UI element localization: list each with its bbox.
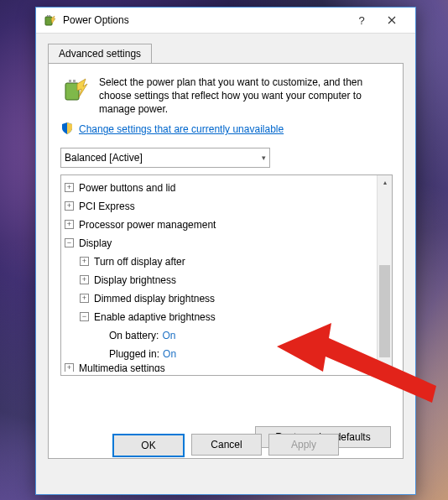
vertical-scrollbar[interactable]: ▴ ▾ xyxy=(377,175,392,375)
tree-node[interactable]: +PCI Express xyxy=(65,197,377,216)
chevron-down-icon: ▾ xyxy=(262,154,266,162)
scroll-track[interactable] xyxy=(378,190,392,361)
titlebar: Power Options ? xyxy=(36,8,415,34)
tree-node-label: Multimedia settings xyxy=(79,363,165,372)
tree-node[interactable]: +Processor power management xyxy=(65,216,377,234)
tree-node-label: PCI Express xyxy=(79,197,135,216)
svg-rect-3 xyxy=(65,83,79,100)
svg-rect-4 xyxy=(69,80,71,83)
tree-node[interactable]: −Enable adaptive brightness xyxy=(65,308,377,326)
ok-button[interactable]: OK xyxy=(112,434,185,457)
tree-node[interactable]: +Display brightness xyxy=(65,271,377,289)
expand-icon[interactable]: + xyxy=(80,257,89,266)
admin-link-row: Change settings that are currently unava… xyxy=(60,122,391,138)
collapse-icon[interactable]: − xyxy=(80,312,89,321)
svg-rect-1 xyxy=(47,15,49,17)
tree-node-label: Processor power management xyxy=(79,216,216,234)
tab-advanced-settings[interactable]: Advanced settings xyxy=(48,44,152,64)
scroll-up-arrow[interactable]: ▴ xyxy=(378,175,392,190)
power-plan-value: Balanced [Active] xyxy=(65,152,143,164)
tree-node[interactable]: +Power buttons and lid xyxy=(65,179,377,197)
tree-node-value[interactable]: On xyxy=(162,326,175,345)
expand-icon[interactable]: + xyxy=(65,220,74,229)
battery-icon xyxy=(60,76,89,104)
power-options-dialog: Power Options ? Advanced settings xyxy=(35,7,416,495)
close-button[interactable] xyxy=(375,8,409,33)
apply-button[interactable]: Apply xyxy=(268,434,339,456)
power-plan-select[interactable]: Balanced [Active] ▾ xyxy=(60,148,270,168)
svg-rect-0 xyxy=(45,17,52,25)
tree-node[interactable]: +Multimedia settings xyxy=(65,363,377,372)
tree-node-label: Turn off display after xyxy=(94,253,185,271)
settings-tree[interactable]: +Power buttons and lid+PCI Express+Proce… xyxy=(60,174,393,376)
dialog-content: Advanced settings Select the power plan … xyxy=(36,34,415,466)
tree-value-row[interactable]: Plugged in:On xyxy=(65,345,377,363)
power-options-icon xyxy=(43,13,56,27)
tree-node[interactable]: +Dimmed display brightness xyxy=(65,289,377,308)
svg-rect-2 xyxy=(49,15,51,17)
tree-node-label: Display brightness xyxy=(94,271,176,289)
change-unavailable-settings-link[interactable]: Change settings that are currently unava… xyxy=(79,123,284,135)
tree-value-row[interactable]: On battery:On xyxy=(65,326,377,345)
tree-node[interactable]: −Display xyxy=(65,234,377,253)
tab-strip: Advanced settings xyxy=(48,44,404,64)
expand-icon[interactable]: + xyxy=(65,183,74,192)
tree-node-label: Display xyxy=(79,234,112,253)
expand-icon[interactable]: + xyxy=(80,275,89,284)
help-button[interactable]: ? xyxy=(348,8,375,33)
svg-rect-5 xyxy=(73,80,76,83)
expand-icon[interactable]: + xyxy=(65,201,74,211)
desktop-wallpaper: Power Options ? Advanced settings xyxy=(0,0,448,500)
window-title: Power Options xyxy=(63,14,348,26)
expand-icon[interactable]: + xyxy=(65,363,74,372)
expand-icon[interactable]: + xyxy=(80,294,89,303)
tree-node-label: Enable adaptive brightness xyxy=(94,308,216,326)
tree-node-label: On battery: xyxy=(109,326,159,345)
scroll-down-arrow[interactable]: ▾ xyxy=(378,361,392,375)
tree-node-label: Power buttons and lid xyxy=(79,179,175,197)
tree-node-label: Dimmed display brightness xyxy=(94,289,215,308)
intro-text: Select the power plan that you want to c… xyxy=(99,76,391,117)
scroll-thumb[interactable] xyxy=(379,265,390,357)
collapse-icon[interactable]: − xyxy=(65,238,74,247)
tree-node[interactable]: +Turn off display after xyxy=(65,253,377,271)
tab-body: Select the power plan that you want to c… xyxy=(48,63,404,459)
tree-node-value[interactable]: On xyxy=(163,345,176,363)
dialog-footer: OK Cancel Apply xyxy=(36,434,415,457)
cancel-button[interactable]: Cancel xyxy=(191,434,262,456)
shield-icon xyxy=(60,122,74,138)
tree-node-label: Plugged in: xyxy=(109,345,159,363)
intro-row: Select the power plan that you want to c… xyxy=(60,76,391,117)
